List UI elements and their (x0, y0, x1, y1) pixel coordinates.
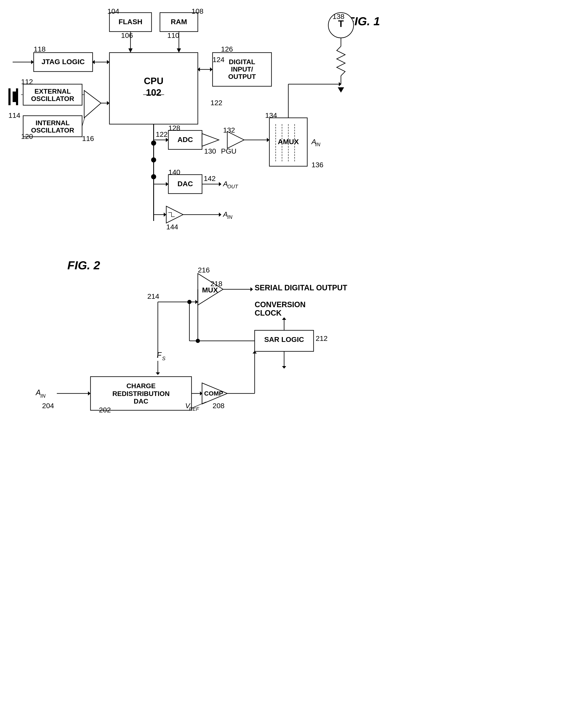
crd-ref: 202 (99, 406, 111, 414)
comp2-label: COMP (204, 390, 223, 397)
ref122b: 122 (156, 130, 168, 138)
svg-marker-33 (219, 212, 222, 217)
serial-out-label: SERIAL DIGITAL OUTPUT (255, 283, 347, 292)
ref214: 214 (147, 292, 159, 300)
ref204: 204 (42, 402, 54, 410)
svg-marker-3 (177, 48, 181, 52)
int-osc-ref: 120 (21, 132, 33, 140)
crystal-body2 (8, 88, 10, 105)
crd-label3: DAC (134, 398, 148, 405)
crystal-body1 (13, 91, 16, 102)
ext-osc-ref: 112 (21, 78, 33, 86)
svg-marker-29 (219, 182, 222, 186)
crystal-ref: 114 (8, 111, 20, 119)
jtag-ref: 118 (34, 45, 46, 53)
fs-label: F (157, 351, 162, 359)
junction-dot2 (196, 339, 200, 343)
svg-marker-45 (282, 317, 286, 320)
sar-ref: 212 (316, 334, 328, 342)
crd-label2: REDISTRIBUTION (112, 390, 170, 398)
comp2-ref: 208 (213, 402, 225, 410)
pgu-triangle (202, 134, 219, 146)
aout-label: A (223, 180, 228, 188)
svg-line-12 (82, 118, 85, 126)
cpu-label: CPU (144, 76, 164, 86)
mux-triangle (84, 90, 101, 118)
ram-ref: 108 (191, 7, 204, 15)
ground-arrow (338, 87, 344, 92)
digital-io-label2: INPUT/ (231, 65, 253, 73)
cpu-ref: 102 (146, 87, 161, 98)
aout-sub: OUT (227, 184, 238, 189)
jtag-label: JTAG LOGIC (41, 58, 85, 66)
int-osc-label1: INTERNAL (36, 119, 70, 127)
thermistor-ref: 138 (333, 13, 344, 20)
ain-sub-comp: IN (227, 214, 233, 220)
ref122: 122 (210, 99, 223, 107)
digital-io-ref-left: 124 (213, 56, 225, 64)
svg-marker-53 (88, 391, 90, 396)
dac-label: DAC (177, 180, 193, 188)
mux-ref: 116 (82, 134, 94, 143)
svg-marker-51 (156, 373, 160, 375)
fs-sub: S (162, 356, 165, 361)
mux2-ref: 216 (198, 266, 210, 274)
flash-ref: 104 (107, 7, 119, 15)
svg-marker-35 (267, 138, 269, 142)
int-osc-label2: OSCILLATOR (31, 126, 74, 134)
resistor-symbol (337, 46, 345, 76)
conv-clock-label2: CLOCK (255, 309, 281, 317)
crd-label1: CHARGE (126, 382, 156, 390)
mux2-out-ref: 218 (210, 280, 223, 288)
pgu2-triangle (227, 131, 244, 148)
junction-dot1 (187, 300, 191, 304)
sar-label: SAR LOGIC (264, 335, 304, 343)
ain-label-comp: A (223, 210, 228, 218)
ref110: 110 (167, 31, 179, 39)
adc-label: ADC (177, 135, 193, 144)
flash-label: FLASH (119, 18, 142, 26)
pgu-label: PGU (221, 147, 236, 155)
ref136: 136 (312, 161, 323, 169)
crystal-body3 (16, 88, 18, 105)
ext-osc-label2: OSCILLATOR (31, 95, 74, 103)
fig2-title: FIG. 2 (67, 259, 100, 272)
svg-marker-21 (166, 138, 168, 142)
ref106: 106 (121, 31, 133, 39)
svg-marker-16 (210, 67, 213, 71)
digital-io-ref-top: 126 (221, 45, 233, 53)
svg-marker-8 (107, 60, 109, 64)
ain2-label: A (35, 388, 41, 397)
svg-marker-14 (107, 101, 109, 105)
ext-osc-label1: EXTERNAL (35, 87, 71, 95)
ram-label: RAM (171, 18, 187, 26)
pgu-ref: 130 (204, 147, 216, 155)
comp-triangle-1 (166, 206, 183, 223)
ref142: 142 (204, 174, 216, 183)
digital-io-label3: OUTPUT (228, 73, 256, 80)
svg-marker-40 (250, 287, 253, 291)
comp-ref: 144 (166, 223, 178, 231)
svg-marker-6 (31, 60, 34, 64)
svg-marker-27 (166, 182, 168, 186)
conv-clock-label1: CONVERSION (255, 300, 306, 309)
svg-marker-31 (164, 212, 166, 217)
ain-sub-1: IN (315, 142, 320, 147)
ain2-sub: IN (40, 393, 46, 399)
adc-ref: 128 (168, 124, 180, 132)
dac-ref: 140 (168, 168, 180, 176)
digital-io-label1: DIGITAL (229, 58, 255, 66)
amux-ref: 134 (265, 111, 277, 119)
svg-marker-42 (195, 300, 198, 304)
svg-marker-1 (128, 48, 132, 52)
svg-marker-47 (282, 366, 286, 368)
